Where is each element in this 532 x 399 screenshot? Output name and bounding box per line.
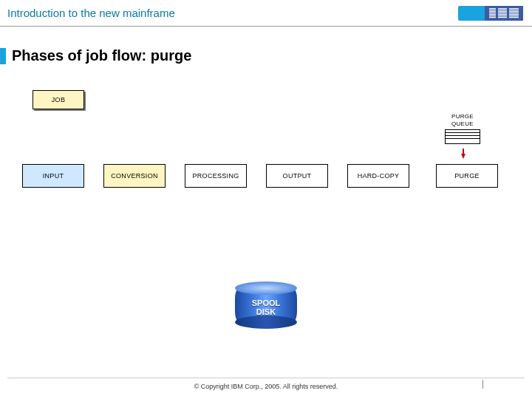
- phase-input: INPUT: [22, 164, 84, 188]
- ibm-logo: [485, 6, 523, 21]
- copyright-text: © Copyright IBM Corp., 2005. All rights …: [194, 383, 338, 390]
- phase-purge: PURGE: [436, 164, 498, 188]
- svg-rect-7: [496, 8, 498, 18]
- phase-output: OUTPUT: [266, 164, 328, 188]
- footer-divider: [482, 380, 483, 389]
- spool-line2: DISK: [256, 307, 276, 316]
- slide-title-row: Phases of job flow: purge: [0, 27, 532, 64]
- svg-rect-0: [489, 8, 519, 9]
- arrow-down-icon: [461, 154, 466, 159]
- purge-queue-label-1: PURGE: [445, 114, 480, 120]
- svg-rect-1: [489, 10, 519, 10]
- svg-rect-5: [489, 16, 519, 16]
- svg-rect-4: [489, 14, 519, 15]
- header-right: [458, 6, 523, 21]
- svg-rect-3: [489, 13, 519, 13]
- svg-rect-2: [489, 11, 519, 12]
- spool-line1: SPOOL: [252, 299, 281, 307]
- phase-hardcopy: HARD-COPY: [347, 164, 409, 188]
- spool-label: SPOOL DISK: [235, 299, 297, 316]
- header-title: Introduction to the new mainframe: [7, 7, 175, 19]
- title-accent: [0, 48, 6, 64]
- job-box: JOB: [33, 90, 84, 109]
- header-bar: Introduction to the new mainframe: [0, 0, 532, 27]
- stack-icon: [445, 129, 480, 146]
- cylinder-body-icon: SPOOL DISK: [235, 288, 297, 322]
- phase-processing: PROCESSING: [185, 164, 247, 188]
- svg-rect-6: [489, 17, 519, 18]
- slide-title: Phases of job flow: purge: [12, 47, 191, 64]
- ibm-logo-icon: [489, 8, 519, 18]
- phase-conversion: CONVERSION: [103, 164, 166, 188]
- purge-queue-stack: PURGE QUEUE: [445, 114, 480, 146]
- diagram-area: JOB PURGE QUEUE INPUT CONVERSION PROCESS…: [0, 81, 532, 362]
- accent-bar: [458, 6, 485, 21]
- purge-queue-label-2: QUEUE: [445, 121, 480, 127]
- spool-disk-cylinder: SPOOL DISK: [235, 288, 297, 322]
- svg-rect-8: [507, 8, 509, 18]
- footer: © Copyright IBM Corp., 2005. All rights …: [7, 378, 525, 390]
